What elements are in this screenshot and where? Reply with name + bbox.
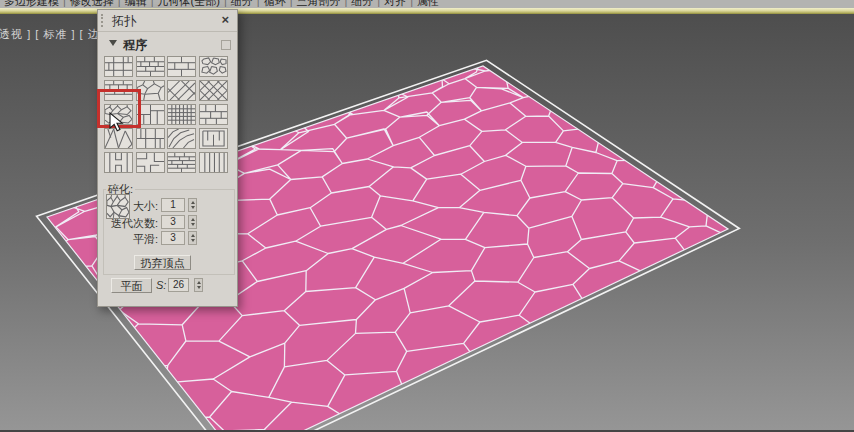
close-icon[interactable]: × (221, 12, 229, 27)
pattern-button-block-offset[interactable] (199, 104, 228, 125)
pattern-button-l-blocks[interactable] (136, 152, 165, 173)
iterations-spinner[interactable] (188, 215, 197, 229)
screen: [ 透视 ] [ 标准 ] [ 边面 ] 多边形建模|修改选择|编辑|几何体(全… (0, 0, 854, 432)
ribbon-panel-title[interactable]: 多边形建模 (4, 0, 59, 7)
size-value[interactable]: 1 (161, 198, 185, 212)
plane-s-value[interactable]: 26 (168, 278, 189, 292)
ribbon-panel-title[interactable]: 修改选择 (70, 0, 114, 7)
panel-grip[interactable] (101, 14, 103, 27)
fracture-pattern-button[interactable] (106, 194, 130, 219)
pattern-button-stripes-vertical[interactable] (199, 152, 228, 173)
pattern-button-interlock[interactable] (104, 152, 133, 173)
smooth-value[interactable]: 3 (161, 231, 185, 245)
size-spinner[interactable] (188, 198, 197, 212)
pattern-button-grid-cells[interactable] (104, 56, 133, 77)
ribbon-bar: 多边形建模|修改选择|编辑|几何体(全部)|细分|循环|三角剖分|细分|对齐|属… (0, 0, 854, 8)
pattern-button-checker-fine[interactable] (167, 104, 196, 125)
panel-options-icon[interactable] (221, 40, 231, 50)
smooth-spinner[interactable] (188, 231, 197, 245)
panel-title-bar[interactable]: 拓扑 × (98, 10, 237, 32)
pattern-button-bricks-wide[interactable] (167, 56, 196, 77)
ribbon-panel-titles: 多边形建模|修改选择|编辑|几何体(全部)|细分|循环|三角剖分|细分|对齐|属… (4, 0, 439, 7)
ribbon-panel-title[interactable]: 三角剖分 (296, 0, 340, 7)
pattern-button-diagonal-lattice[interactable] (167, 80, 196, 101)
plane-s-spinner[interactable] (194, 278, 203, 292)
pattern-button-leaf-curves[interactable] (167, 128, 196, 149)
pattern-button-diamond-hatch[interactable] (199, 80, 228, 101)
ribbon-panel-title[interactable]: 编辑 (125, 0, 147, 7)
plane-s-prefix: S: (156, 279, 166, 291)
smooth-label: 平滑: (133, 232, 158, 247)
topology-panel: 拓扑 × 程序 碎化: 大小:1迭代次数:3平滑:3 扔弃顶点 平面 S: 26 (97, 9, 238, 307)
ribbon-panel-title[interactable]: 对齐 (384, 0, 406, 7)
ribbon-panel-title[interactable]: 属性 (417, 0, 439, 7)
ribbon-panel-title[interactable]: 细分 (351, 0, 373, 7)
ribbon-panel-title[interactable]: 循环 (264, 0, 286, 7)
pattern-button-pebbles[interactable] (199, 56, 228, 77)
ribbon-panel-title[interactable]: 细分 (231, 0, 253, 7)
program-section-label: 程序 (123, 37, 147, 54)
mouse-cursor (109, 112, 127, 134)
collapse-arrow-icon[interactable] (109, 40, 117, 46)
pattern-button-bricks-dense[interactable] (167, 152, 196, 173)
panel-title: 拓扑 (112, 13, 136, 30)
program-section-header[interactable]: 程序 (98, 35, 237, 55)
pattern-button-offset-grid[interactable] (136, 56, 165, 77)
discard-vertices-button[interactable]: 扔弃顶点 (134, 255, 191, 270)
plane-button[interactable]: 平面 (111, 278, 152, 293)
smooth-field-row: 平滑:3 (98, 231, 239, 246)
ribbon-panel-title[interactable]: 几何体(全部) (158, 0, 220, 7)
pattern-button-grid-sparse[interactable] (136, 128, 165, 149)
pattern-button-maze[interactable] (199, 128, 228, 149)
iterations-value[interactable]: 3 (161, 215, 185, 229)
size-label: 大小: (133, 199, 158, 214)
